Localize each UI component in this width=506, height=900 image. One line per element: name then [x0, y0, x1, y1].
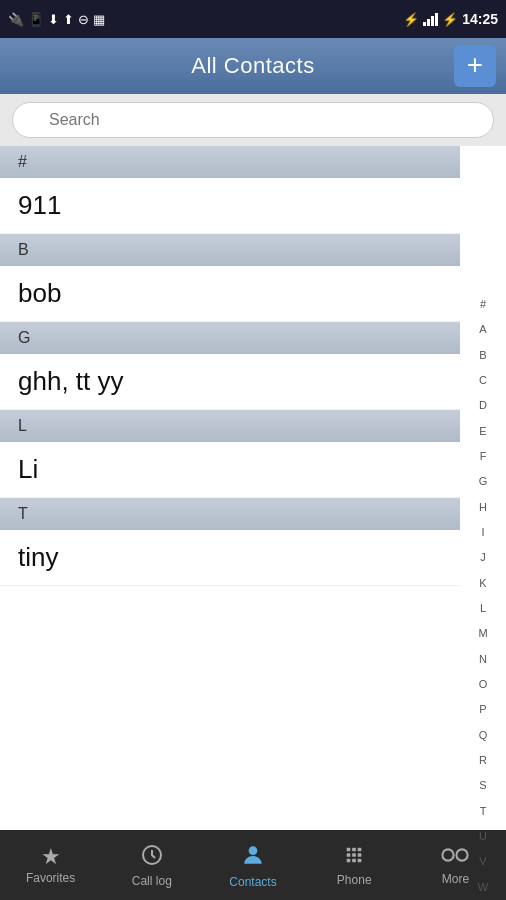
alpha-letter[interactable]: R	[460, 752, 506, 769]
search-bar: 🔍	[0, 94, 506, 146]
bluetooth-icon: ⚡	[403, 12, 419, 27]
alpha-letter[interactable]: D	[460, 397, 506, 414]
alpha-letter[interactable]: M	[460, 625, 506, 642]
plus-icon: +	[467, 51, 483, 79]
usb-icon: 🔌	[8, 12, 24, 27]
phone-icon	[343, 844, 365, 870]
svg-rect-6	[352, 853, 356, 857]
search-container: 🔍	[12, 102, 494, 138]
alpha-letter[interactable]: G	[460, 473, 506, 490]
svg-rect-9	[352, 858, 356, 862]
phone-label: Phone	[337, 873, 372, 887]
nav-item-phone[interactable]: Phone	[304, 830, 405, 900]
main-area: #911BbobGghh, tt yyLLiTtiny #ABCDEFGHIJK…	[0, 146, 506, 830]
nav-item-contacts[interactable]: Contacts	[202, 830, 303, 900]
alpha-letter[interactable]: E	[460, 423, 506, 440]
section-label: B	[18, 241, 29, 259]
contact-name: ghh, tt yy	[18, 366, 124, 397]
svg-rect-3	[352, 847, 356, 851]
contact-name: Li	[18, 454, 38, 485]
svg-rect-2	[347, 847, 351, 851]
contact-item[interactable]: Li	[0, 442, 460, 498]
alpha-letter[interactable]: U	[460, 828, 506, 845]
section-label: #	[18, 153, 27, 171]
svg-rect-5	[347, 853, 351, 857]
alpha-letter[interactable]: S	[460, 777, 506, 794]
alpha-letter[interactable]: L	[460, 600, 506, 617]
svg-rect-7	[358, 853, 362, 857]
alpha-letter[interactable]: T	[460, 803, 506, 820]
status-bar: 🔌 📱 ⬇ ⬆ ⊖ ▦ ⚡ ⚡ 14:25	[0, 0, 506, 38]
download-icon: ⬇	[48, 12, 59, 27]
dnd-icon: ⊖	[78, 12, 89, 27]
svg-rect-4	[358, 847, 362, 851]
alpha-letter[interactable]: #	[460, 296, 506, 313]
svg-point-1	[249, 846, 258, 855]
section-header: B	[0, 234, 460, 266]
section-label: L	[18, 417, 27, 435]
alpha-letter[interactable]: A	[460, 321, 506, 338]
alpha-letter[interactable]: I	[460, 524, 506, 541]
favorites-label: Favorites	[26, 871, 75, 885]
contact-list: #911BbobGghh, tt yyLLiTtiny	[0, 146, 460, 830]
signal-bars	[423, 12, 438, 26]
section-label: G	[18, 329, 30, 347]
sim-icon: 📱	[28, 12, 44, 27]
alpha-letter[interactable]: F	[460, 448, 506, 465]
search-input[interactable]	[12, 102, 494, 138]
svg-rect-10	[358, 858, 362, 862]
contacts-label: Contacts	[229, 875, 276, 889]
nav-item-favorites[interactable]: ★Favorites	[0, 830, 101, 900]
contact-name: tiny	[18, 542, 58, 573]
favorites-icon: ★	[41, 846, 61, 868]
alpha-letter[interactable]: K	[460, 575, 506, 592]
svg-rect-8	[347, 858, 351, 862]
alphabet-index: #ABCDEFGHIJKLMNOPQRSTUVWXYZ	[460, 292, 506, 900]
nav-item-call-log[interactable]: Call log	[101, 830, 202, 900]
contact-name: 911	[18, 190, 61, 221]
sim2-icon: ▦	[93, 12, 105, 27]
alpha-letter[interactable]: H	[460, 499, 506, 516]
contact-name: bob	[18, 278, 61, 309]
alpha-letter[interactable]: V	[460, 853, 506, 870]
contact-item[interactable]: tiny	[0, 530, 460, 586]
alpha-letter[interactable]: B	[460, 347, 506, 364]
bottom-nav: ★FavoritesCall logContactsPhoneMore	[0, 830, 506, 900]
contacts-icon	[240, 842, 266, 872]
section-label: T	[18, 505, 28, 523]
call-log-icon	[140, 843, 164, 871]
section-header: T	[0, 498, 460, 530]
time-display: 14:25	[462, 11, 498, 27]
contact-item[interactable]: bob	[0, 266, 460, 322]
status-icons-left: 🔌 📱 ⬇ ⬆ ⊖ ▦	[8, 12, 105, 27]
battery-icon: ⚡	[442, 12, 458, 27]
section-header: #	[0, 146, 460, 178]
header: All Contacts +	[0, 38, 506, 94]
section-header: G	[0, 322, 460, 354]
alpha-letter[interactable]: C	[460, 372, 506, 389]
section-header: L	[0, 410, 460, 442]
call-log-label: Call log	[132, 874, 172, 888]
status-right: ⚡ ⚡ 14:25	[403, 11, 498, 27]
alpha-letter[interactable]: P	[460, 701, 506, 718]
alpha-letter[interactable]: O	[460, 676, 506, 693]
alpha-letter[interactable]: W	[460, 879, 506, 896]
svg-point-11	[443, 849, 454, 860]
contact-item[interactable]: ghh, tt yy	[0, 354, 460, 410]
alpha-letter[interactable]: N	[460, 651, 506, 668]
add-contact-button[interactable]: +	[454, 45, 496, 87]
alpha-letter[interactable]: J	[460, 549, 506, 566]
contact-item[interactable]: 911	[0, 178, 460, 234]
page-title: All Contacts	[191, 53, 314, 79]
alpha-letter[interactable]: Q	[460, 727, 506, 744]
upload-icon: ⬆	[63, 12, 74, 27]
